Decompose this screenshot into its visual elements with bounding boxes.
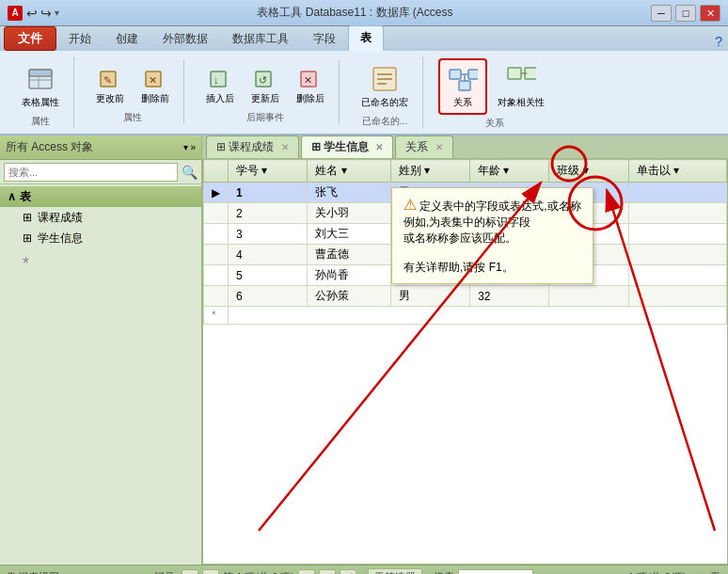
status-bar-center: 记录: ◀◀ ◀ 第 1 项(共 6 项) ▶ ▶▶ ▶* 无筛选器 搜索 (154, 568, 533, 574)
svg-text:✕: ✕ (304, 74, 312, 86)
record-count: 1 项(共 6 项) (628, 570, 687, 574)
nav-item-course-grades[interactable]: ⊞ 课程成绩 (0, 207, 201, 228)
insert-after-btn[interactable]: ↓ 插入后 (199, 64, 241, 109)
nav-search-bar: 🔍 (0, 160, 201, 184)
content-tabs: ⊞ 课程成绩 ✕ ⊞ 学生信息 ✕ 关系 ✕ (202, 136, 728, 158)
cell-age[interactable]: 32 (470, 286, 549, 307)
cell-click[interactable] (628, 203, 726, 224)
col-age[interactable]: 年龄 ▾ (470, 160, 549, 183)
ribbon-group-label-properties: 属性 (31, 115, 50, 128)
cell-name[interactable]: 孙尚香 (308, 265, 391, 286)
ribbon-group-label-after: 后期事件 (246, 111, 284, 124)
cell-id[interactable]: 2 (229, 203, 308, 224)
cell-name[interactable]: 刘大三 (308, 224, 391, 245)
search-input[interactable] (4, 163, 178, 182)
prev-record-btn[interactable]: ◀ (202, 569, 219, 575)
cell-name[interactable]: 公孙策 (308, 286, 391, 307)
table-properties-btn[interactable]: 表格属性 (15, 60, 66, 113)
error-line1: 定义表中的字段或表达式,或名称 (419, 199, 580, 213)
cell-gender[interactable]: 男 (390, 286, 469, 307)
tab-database-tools[interactable]: 数据库工具 (220, 26, 301, 51)
data-table-container: 学号 ▾ 姓名 ▾ 姓别 ▾ 年龄 ▾ 班级 ▾ 单击以 ▾ ▶ 1 张飞 (202, 158, 728, 565)
close-tab-student[interactable]: ✕ (375, 142, 383, 152)
table-icon-course: ⊞ (23, 211, 32, 224)
ribbon-group-relations: 关系 对象相关性 关系 (431, 55, 559, 130)
tab-content-course[interactable]: ⊞ 课程成绩 ✕ (206, 136, 299, 158)
delete-after-btn[interactable]: ✕ 删除后 (290, 64, 331, 109)
cell-class[interactable] (549, 286, 628, 307)
new-row[interactable]: * (204, 307, 727, 325)
cell-id[interactable]: 6 (229, 286, 308, 307)
before-change-label: 更改前 (96, 92, 124, 105)
search-bar[interactable] (458, 569, 533, 575)
content-tab-label-relations: 关系 (405, 140, 428, 153)
search-icon[interactable]: 🔍 (182, 165, 198, 180)
cell-click[interactable] (628, 286, 726, 307)
row-selector (204, 203, 229, 224)
cell-click[interactable] (628, 183, 726, 203)
tab-start[interactable]: 开始 (56, 26, 103, 51)
tab-file[interactable]: 文件 (4, 26, 56, 51)
undo-btn[interactable]: ↩ (26, 6, 38, 21)
cell-name[interactable]: 曹孟德 (308, 245, 391, 265)
ribbon: 文件 开始 创建 外部数据 数据库工具 字段 表 ? 表格属性 (0, 26, 728, 136)
named-macro-btn[interactable]: 已命名的宏 (355, 60, 415, 113)
cell-name[interactable]: 关小羽 (308, 203, 391, 224)
named-macro-buttons: 已命名的宏 (355, 56, 415, 113)
obj-relations-btn[interactable]: 对象相关性 (491, 60, 551, 113)
before-events-buttons: ✎ 更改前 ✕ 删除前 (89, 60, 176, 109)
cell-id[interactable]: 4 (229, 245, 308, 265)
next-record-btn[interactable]: ▶ (298, 569, 315, 575)
cell-click[interactable] (628, 224, 726, 245)
relations-label: 关系 (453, 96, 472, 109)
section-expand-icon: ∧ (8, 190, 16, 203)
nav-item-student-info[interactable]: ⊞ 学生信息 (0, 228, 201, 248)
col-class[interactable]: 班级 ▾ (549, 160, 628, 183)
tab-table[interactable]: 表 (348, 25, 384, 51)
tab-fields[interactable]: 字段 (301, 26, 348, 51)
svg-text:✕: ✕ (149, 74, 157, 86)
col-gender[interactable]: 姓别 ▾ (390, 160, 469, 183)
cell-click[interactable] (628, 265, 726, 286)
content-area: ⊞ 课程成绩 ✕ ⊞ 学生信息 ✕ 关系 ✕ (202, 136, 728, 565)
relations-btn[interactable]: 关系 (438, 58, 487, 115)
col-selector (204, 160, 229, 183)
help-btn[interactable]: ? (709, 32, 728, 51)
update-after-btn[interactable]: ↺ 更新后 (245, 64, 286, 109)
close-tab-relations[interactable]: ✕ (435, 142, 443, 152)
col-name[interactable]: 姓名 ▾ (308, 160, 391, 183)
col-click[interactable]: 单击以 ▾ (628, 160, 726, 183)
ribbon-group-label-named: 已命名的... (362, 115, 407, 128)
tab-content-relations[interactable]: 关系 ✕ (395, 136, 452, 158)
nav-header[interactable]: 所有 Access 对象 ▾ » (0, 136, 201, 160)
record-label: 记录: (154, 570, 178, 574)
new-record-btn[interactable]: ▶* (340, 569, 356, 575)
named-macro-icon (370, 64, 400, 94)
close-btn[interactable]: ✕ (700, 5, 720, 22)
cell-id[interactable]: 1 (229, 183, 308, 203)
ribbon-group-label-relations: 关系 (485, 117, 504, 130)
no-filter-btn[interactable]: 无筛选器 (368, 568, 422, 574)
last-record-btn[interactable]: ▶▶ (319, 569, 336, 575)
tab-content-student[interactable]: ⊞ 学生信息 ✕ (301, 136, 394, 158)
redo-btn[interactable]: ↪ (40, 6, 52, 21)
close-tab-course[interactable]: ✕ (281, 142, 289, 152)
tab-external-data[interactable]: 外部数据 (150, 26, 220, 51)
before-change-btn[interactable]: ✎ 更改前 (89, 64, 131, 109)
maximize-btn[interactable]: □ (675, 5, 696, 22)
nav-section-header-tables[interactable]: ∧ 表 (0, 186, 201, 207)
col-student-id[interactable]: 学号 ▾ (229, 160, 308, 183)
cell-click[interactable] (628, 245, 726, 265)
tab-create[interactable]: 创建 (103, 26, 150, 51)
before-delete-btn[interactable]: ✕ 删除前 (135, 64, 176, 109)
cell-name[interactable]: 张飞 (308, 183, 391, 203)
quick-access-dropdown[interactable]: ▾ (55, 8, 59, 18)
cell-id[interactable]: 3 (229, 224, 308, 245)
record-position: 第 1 项(共 6 项) (223, 570, 294, 574)
window-title: 表格工具 Database11 : 数据库 (Access (257, 5, 452, 21)
table-row[interactable]: 6 公孙策 男 32 (204, 286, 727, 307)
first-record-btn[interactable]: ◀◀ (182, 569, 198, 575)
cell-id[interactable]: 5 (229, 265, 308, 286)
error-line3: 或名称称参应该匹配。 (404, 231, 516, 245)
minimize-btn[interactable]: ─ (651, 5, 672, 22)
